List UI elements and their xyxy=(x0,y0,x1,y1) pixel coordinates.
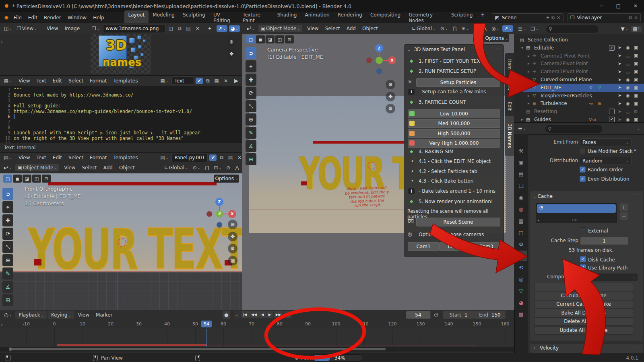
fake-user-shield-icon[interactable]: ◫ xyxy=(167,25,175,32)
outliner-row-turbulence[interactable]: ▸≋Turbulence↝≋➤◉▣ xyxy=(514,99,644,107)
prev-keyframe-button[interactable]: ◀◀ xyxy=(249,311,259,318)
jump-to-start-button[interactable]: |◀ xyxy=(241,311,249,318)
frame-ruler[interactable]: -100102030405060708090100110120130140150… xyxy=(0,320,514,329)
disclosure-icon[interactable]: ▸ xyxy=(528,54,530,58)
outliner-row-editable[interactable]: ▾▤Editable✓➤◉▣ xyxy=(514,44,644,52)
eye-icon[interactable]: ◉ xyxy=(626,77,630,82)
code-line[interactable]: 3 xyxy=(2,98,242,103)
editor-type-text-icon[interactable]: ▤⌄ xyxy=(2,78,14,84)
checkbox[interactable] xyxy=(580,227,586,233)
workspace-tab-shading[interactable]: Shading xyxy=(273,10,301,25)
camera-view-button[interactable]: ⚙ xyxy=(228,244,237,253)
tool-transform[interactable]: ⊕ xyxy=(246,113,256,125)
properties-tab-material[interactable]: ◕ xyxy=(515,297,527,308)
tool-measure[interactable]: ∡ xyxy=(2,281,13,293)
code-line[interactable]: 6 xyxy=(2,114,242,119)
timeline-scrollbar[interactable] xyxy=(0,347,514,352)
image-datablock-icon[interactable]: ❐⌄ xyxy=(90,25,101,32)
falloff-icon[interactable]: ⋀ xyxy=(481,25,488,32)
transform-orientation-dropdown[interactable]: ∟ Global⌄ xyxy=(410,25,437,32)
editor-type-timeline-icon[interactable]: ◴⌄ xyxy=(2,312,13,318)
tool-move[interactable]: ✚ xyxy=(246,74,256,86)
update-all-to-frame-button[interactable]: Update All to Frame xyxy=(534,326,633,335)
bake-button[interactable]: Bake xyxy=(534,283,633,291)
cancel-job-icon[interactable]: ⊗ xyxy=(295,355,299,361)
properties-type-icon[interactable]: ☰⌄ xyxy=(516,125,527,132)
workspace-tab-modeling[interactable]: Modeling xyxy=(149,10,179,25)
zoom-button[interactable]: ⊕ xyxy=(386,80,395,89)
zoom-button[interactable]: ⊕ xyxy=(228,220,237,229)
delete-all-bakes-button[interactable]: Delete All Bakes xyxy=(534,317,633,326)
eye-icon[interactable]: ◉ xyxy=(626,101,630,106)
filter-funnel-dropdown[interactable]: ▼⌄ xyxy=(619,26,630,32)
unlink-text-icon[interactable]: ✕ xyxy=(222,78,229,84)
camera-icon[interactable]: ▣ xyxy=(634,61,638,66)
menu-templates[interactable]: Templates xyxy=(110,154,141,162)
editor-type-3d-icon[interactable]: ▸²⌄ xyxy=(246,25,257,32)
menu-image[interactable]: Image xyxy=(61,25,83,33)
properties-tab-world[interactable]: ◍ xyxy=(515,204,527,214)
properties-tab-render[interactable]: ▣ xyxy=(515,157,527,168)
collapse-panel-icon[interactable]: ⌄ xyxy=(407,47,411,52)
snap-magnet-icon[interactable]: ⋂ xyxy=(451,25,458,32)
outliner-display-dropdown[interactable]: ☰⌄ xyxy=(516,26,527,32)
menu-view[interactable]: View xyxy=(43,25,61,33)
maximize-button[interactable]: □ xyxy=(610,3,627,9)
tool-add-cube[interactable]: ⊞ xyxy=(2,294,13,306)
gizmo-dropdown-icon[interactable]: ↗⌄ xyxy=(217,25,227,32)
text-name-field[interactable]: Text xyxy=(171,76,194,85)
menu-add[interactable]: Add xyxy=(343,25,359,33)
camera-icon[interactable]: ▣ xyxy=(634,77,638,82)
run-script-button[interactable]: ▶ xyxy=(233,77,240,84)
workspace-tab-animation[interactable]: Animation xyxy=(301,10,333,25)
menu-format[interactable]: Format xyxy=(87,154,110,162)
panel-velocity[interactable]: ›Velocity∷∷ xyxy=(530,343,643,353)
calculate-to-frame-button[interactable]: Calculate to Frame xyxy=(534,292,633,300)
timeline-menu-keying[interactable]: Keying ⌄ xyxy=(48,311,74,319)
gizmo-dropdown-icon[interactable]: ↗⌄ xyxy=(502,25,513,32)
disclosure-icon[interactable]: ▸ xyxy=(528,86,530,90)
eye-closed-icon[interactable]: ◡ xyxy=(626,61,630,66)
setup-particles-button[interactable]: Setup Particles xyxy=(416,78,500,87)
checkbox[interactable]: ✓ xyxy=(580,176,586,182)
menu-edit[interactable]: Edit xyxy=(25,14,41,22)
cursor-icon[interactable]: ➤ xyxy=(618,77,621,82)
pan-hand-button[interactable]: ✥ xyxy=(227,49,236,59)
properties-tab-collection[interactable]: ▦ xyxy=(515,216,527,226)
properties-tab-tool[interactable]: ⚒ xyxy=(515,146,527,156)
select-mode-box[interactable]: ◼ xyxy=(256,35,265,43)
tool-scale[interactable]: ⤡ xyxy=(246,100,256,112)
add-workspace-button[interactable]: + xyxy=(477,10,489,25)
axis-y-handle[interactable]: -Y xyxy=(216,210,223,218)
tool-move[interactable]: ✚ xyxy=(2,214,13,226)
checkbox[interactable]: ✓ xyxy=(580,264,586,270)
outliner-row-edit-me[interactable]: ▸▽EDIT_ME⚙▽➤◉▣ xyxy=(514,84,644,92)
particle-count-button-med-100-000[interactable]: Med 100,000 xyxy=(408,119,500,128)
cache-panel-header[interactable]: ⌄ Cache xyxy=(533,193,553,199)
copy-icon[interactable]: ⧉ xyxy=(551,15,555,21)
expand-region-arrow[interactable]: › xyxy=(1,322,3,327)
remove-cache-button[interactable]: − xyxy=(619,212,628,220)
code-line[interactable]: 9Launch panel with "Run Script" ▷ icon j… xyxy=(2,130,242,136)
tool-transform[interactable]: ⊕ xyxy=(2,254,13,266)
add-cache-button[interactable]: + xyxy=(619,203,628,211)
camera-button-cam2[interactable]: Cam2 xyxy=(439,242,471,251)
menu-select[interactable]: Select xyxy=(65,154,87,162)
eye-icon[interactable]: ◉ xyxy=(626,85,630,90)
new-collection-button[interactable]: ▤⁺ xyxy=(631,26,642,32)
properties-tab-object-data[interactable]: ▽ xyxy=(515,286,527,296)
close-icon[interactable]: ✕ xyxy=(557,15,561,21)
cache-list-item-selected[interactable]: ◔ xyxy=(537,204,616,213)
grid-ortho-button[interactable]: ▦ xyxy=(228,256,237,265)
options-dropdown[interactable]: Options ⌄ xyxy=(214,175,239,183)
next-keyframe-button[interactable]: ▶▶ xyxy=(274,311,283,318)
tool-cursor[interactable]: ⌖ xyxy=(2,201,13,213)
zoom-in-button[interactable]: ⊕ xyxy=(227,37,236,47)
axis-x-handle[interactable]: X xyxy=(228,210,236,218)
camera-icon[interactable]: ▣ xyxy=(634,53,638,58)
exclude-checkbox[interactable]: ✓ xyxy=(609,117,615,122)
pivot-point-dropdown[interactable]: ⊙⌄ xyxy=(191,165,202,171)
copy-icon[interactable]: ⧉ xyxy=(629,15,632,21)
new-text-icon[interactable]: ⧉ xyxy=(218,154,225,161)
checkbox[interactable]: ✓ xyxy=(580,256,586,262)
